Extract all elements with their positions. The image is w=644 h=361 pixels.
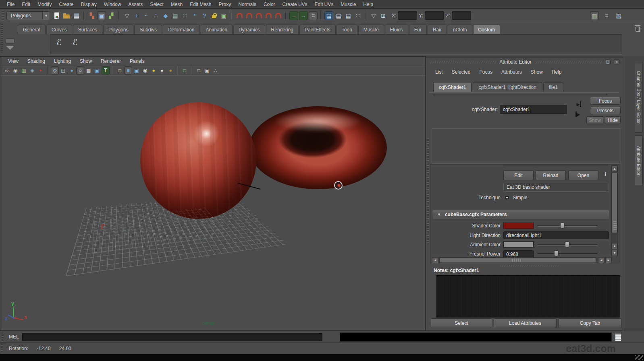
shelf-tab-muscle[interactable]: Muscle bbox=[358, 25, 384, 34]
snap-magnet-point-icon[interactable] bbox=[254, 11, 263, 20]
shelf-tab-fur[interactable]: Fur bbox=[409, 25, 427, 34]
shelf-tab-curves[interactable]: Curves bbox=[46, 25, 72, 34]
ambient-color-slider[interactable] bbox=[538, 241, 597, 248]
shelf-switcher-arrow-icon[interactable] bbox=[6, 46, 14, 50]
shelf-tab-custom[interactable]: Custom bbox=[473, 25, 500, 34]
attribute-editor-drag-handle[interactable] bbox=[427, 138, 429, 243]
textured-cube-icon[interactable]: ▣ bbox=[133, 66, 141, 74]
trash-icon[interactable] bbox=[634, 24, 642, 33]
scroll-down-icon[interactable]: ▼ bbox=[612, 250, 617, 256]
menu-create[interactable]: Create bbox=[55, 0, 77, 9]
viewport-menu-renderer[interactable]: Renderer bbox=[96, 58, 125, 64]
light-default-icon[interactable]: ● bbox=[150, 66, 158, 74]
horizontal-scrollbar[interactable]: ◄ ◄ ► bbox=[432, 257, 617, 263]
chevron-down-icon[interactable]: ▼ bbox=[42, 12, 50, 20]
eat3d-shelf-button-2[interactable]: ℰ bbox=[69, 36, 81, 48]
select-component-icon[interactable]: ▞ bbox=[107, 11, 116, 20]
select-button[interactable]: Select bbox=[431, 318, 492, 328]
parameters-section-header[interactable]: ▼ cubeBase.cgfx Parameters bbox=[432, 210, 609, 219]
tab-scroll-strip[interactable] bbox=[433, 94, 607, 95]
reload-button[interactable]: Reload bbox=[536, 170, 566, 180]
shaded-cube-icon[interactable]: ■ bbox=[124, 66, 132, 74]
construction-aid-dropdown-icon[interactable]: ▽ bbox=[369, 11, 378, 20]
mel-command-input[interactable] bbox=[22, 333, 322, 341]
presets-button[interactable]: Presets bbox=[590, 107, 621, 114]
shelf-drag-handle[interactable] bbox=[1, 24, 3, 54]
snap-dropdown-icon[interactable]: ▽ bbox=[123, 11, 131, 20]
xray-mode-icon[interactable]: ▩ bbox=[85, 66, 93, 74]
ae-menu-show[interactable]: Show bbox=[526, 68, 547, 76]
render-current-frame-icon[interactable]: ▤ bbox=[334, 11, 343, 20]
shelf-tab-painteffects[interactable]: PaintEffects bbox=[299, 25, 336, 34]
shelf-tab-surfaces[interactable]: Surfaces bbox=[73, 25, 102, 34]
node-name-field[interactable]: cgfxShader1 bbox=[500, 105, 567, 114]
new-scene-icon[interactable] bbox=[52, 11, 61, 20]
input-connection-icon[interactable]: ▶ bbox=[574, 101, 581, 107]
light-selected-icon[interactable]: ● bbox=[166, 66, 175, 74]
shelf-menu-button[interactable] bbox=[6, 38, 15, 43]
menu-file[interactable]: File bbox=[3, 0, 18, 9]
viewport-canvas[interactable]: y x z persp bbox=[1, 75, 425, 328]
universal-manip-icon[interactable]: * bbox=[190, 11, 199, 20]
horizontal-scroll-track[interactable] bbox=[439, 257, 596, 263]
viewport-menu-view[interactable]: View bbox=[4, 58, 23, 64]
wire-cube-icon[interactable]: □ bbox=[195, 66, 203, 74]
select-hierarchy-icon[interactable]: ▚ bbox=[87, 11, 96, 20]
hide-button[interactable]: Hide bbox=[605, 116, 621, 124]
grid-options-icon[interactable]: ⊞ bbox=[379, 11, 388, 20]
ipr-render-icon[interactable]: ▤ bbox=[344, 11, 353, 20]
make-live-icon[interactable]: ∷ bbox=[181, 11, 189, 20]
select-object-icon[interactable]: ▣ bbox=[97, 11, 106, 20]
menu-assets[interactable]: Assets bbox=[125, 0, 146, 9]
input-connections-icon[interactable]: → bbox=[289, 11, 298, 20]
torus-object[interactable] bbox=[249, 106, 387, 189]
light-all-icon[interactable]: ● bbox=[158, 66, 166, 74]
snap-magnet-curve-icon[interactable] bbox=[245, 11, 253, 20]
viewport-menu-panels[interactable]: Panels bbox=[125, 58, 149, 64]
scroll-right-icon[interactable]: ► bbox=[605, 257, 612, 263]
x-coordinate-input[interactable] bbox=[398, 11, 417, 20]
snap-magnet-center-icon[interactable] bbox=[274, 11, 283, 20]
show-button[interactable]: Show bbox=[586, 116, 603, 124]
slider-handle[interactable] bbox=[560, 223, 565, 229]
shader-description-field[interactable]: Eat 3D basic shader bbox=[503, 183, 609, 192]
viewport-menu-shading[interactable]: Shading bbox=[23, 58, 50, 64]
open-scene-icon[interactable] bbox=[62, 11, 71, 20]
scroll-left-icon[interactable]: ◄ bbox=[432, 257, 438, 263]
shader-color-swatch[interactable] bbox=[503, 223, 534, 229]
panel-layout-icon[interactable]: ▧ bbox=[614, 11, 623, 20]
sphere-object[interactable] bbox=[140, 102, 256, 219]
camera-glasses-icon[interactable]: ∞ bbox=[3, 66, 11, 74]
script-editor-icon[interactable] bbox=[613, 332, 622, 341]
focus-button[interactable]: Focus bbox=[590, 97, 621, 105]
scroll-left-icon[interactable]: ◄ bbox=[598, 257, 605, 263]
snap-view-icon[interactable]: ▦ bbox=[171, 11, 180, 20]
snap-plane-icon[interactable]: ◆ bbox=[161, 11, 170, 20]
undock-icon[interactable]: ❏ bbox=[605, 60, 611, 64]
resize-grip[interactable] bbox=[635, 355, 643, 360]
menu-edit-mesh[interactable]: Edit Mesh bbox=[186, 0, 215, 9]
copy-tab-button[interactable]: Copy Tab bbox=[558, 318, 622, 328]
manipulator-handle[interactable] bbox=[334, 181, 343, 190]
output-connection-icon[interactable]: ▶ bbox=[575, 111, 583, 117]
edit-button[interactable]: Edit bbox=[503, 170, 534, 180]
snap-magnet-plane-icon[interactable] bbox=[264, 11, 273, 20]
menu-mesh[interactable]: Mesh bbox=[167, 0, 186, 9]
menu-muscle[interactable]: Muscle bbox=[337, 0, 359, 9]
slider-handle[interactable] bbox=[554, 250, 559, 256]
snap-grid-icon[interactable]: + bbox=[132, 11, 141, 20]
share-view-icon[interactable]: ∴ bbox=[212, 66, 220, 74]
ambient-color-swatch[interactable] bbox=[503, 241, 534, 248]
ae-tab-cgfxshader1[interactable]: cgfxShader1 bbox=[433, 82, 472, 92]
menu-select[interactable]: Select bbox=[146, 0, 167, 9]
menu-normals[interactable]: Normals bbox=[235, 0, 260, 9]
smooth-shade-icon[interactable]: ● bbox=[68, 66, 76, 74]
snap-magnet-grid-icon[interactable] bbox=[235, 11, 244, 20]
snap-point-icon[interactable]: ∴ bbox=[152, 11, 160, 20]
help-line-drag-handle[interactable] bbox=[1, 344, 3, 353]
ae-menu-focus[interactable]: Focus bbox=[475, 68, 497, 76]
shelf-tab-deformation[interactable]: Deformation bbox=[163, 25, 199, 34]
bookmark-icon[interactable]: ▥ bbox=[20, 66, 28, 74]
checker-sphere-icon[interactable]: ◉ bbox=[141, 66, 149, 74]
eat3d-shelf-button-1[interactable]: ℰ bbox=[53, 36, 65, 48]
